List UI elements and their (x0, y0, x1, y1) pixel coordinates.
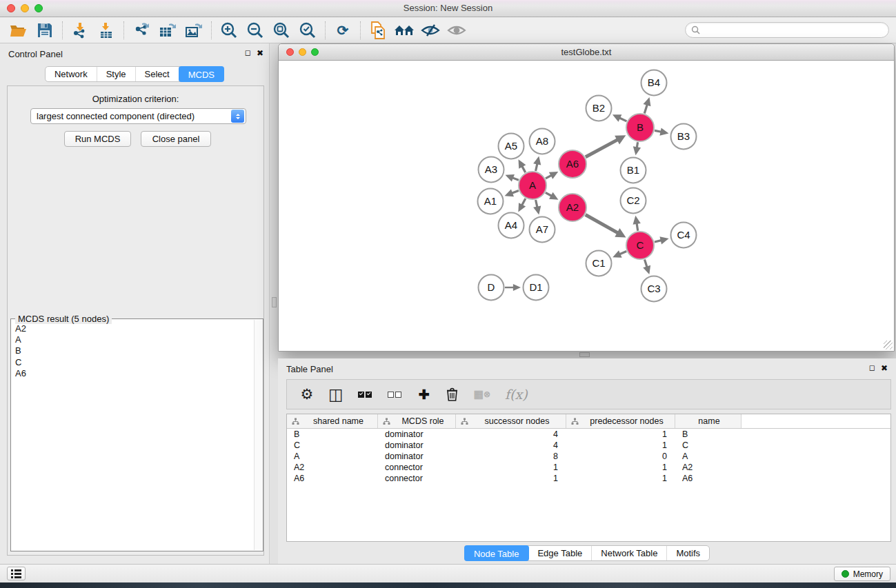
table-cell[interactable]: 0 (566, 451, 675, 462)
close-panel-icon[interactable]: ✖ (257, 48, 263, 58)
network-window-titlebar[interactable]: testGlobe.txt (279, 44, 894, 61)
close-panel-icon[interactable]: ✖ (881, 363, 888, 373)
mcds-result-item[interactable]: A6 (15, 368, 263, 379)
search-input[interactable] (700, 23, 888, 37)
mcds-result-item[interactable]: B (15, 345, 263, 356)
zoom-selected-button[interactable] (295, 19, 321, 41)
table-cell[interactable]: dominator (378, 440, 456, 451)
graph-edge[interactable] (586, 215, 618, 233)
graph-edge[interactable] (637, 142, 637, 148)
table-cell[interactable]: 4 (456, 429, 566, 440)
graph-edge[interactable] (619, 252, 626, 254)
table-cell[interactable]: 4 (456, 440, 566, 451)
table-cell[interactable]: B (675, 429, 741, 440)
graph-edge[interactable] (522, 199, 526, 205)
table-cell[interactable]: 1 (566, 429, 675, 440)
table-cell[interactable]: dominator (378, 429, 456, 440)
tab-edge-table[interactable]: Edge Table (528, 546, 592, 560)
table-cell[interactable]: A6 (287, 473, 378, 484)
table-cell[interactable]: C (675, 440, 741, 451)
column-header-successor-nodes[interactable]: successor nodes (456, 414, 566, 428)
delete-table-button[interactable]: ▦⊗ (474, 388, 490, 401)
table-cell[interactable]: 1 (456, 473, 566, 484)
graph-edge[interactable] (512, 191, 519, 194)
mcds-result-item[interactable]: A2 (15, 323, 263, 334)
tab-select[interactable]: Select (136, 67, 179, 81)
tab-node-table[interactable]: Node Table (464, 545, 530, 561)
optimization-criterion-select[interactable]: largest connected component (directed) (30, 108, 246, 124)
table-cell[interactable]: connector (378, 462, 456, 473)
open-session-button[interactable] (6, 19, 32, 41)
table-row[interactable]: Bdominator41B (287, 429, 890, 440)
tab-network-table[interactable]: Network Table (592, 546, 667, 560)
tab-motifs[interactable]: Motifs (667, 546, 709, 560)
resize-grip-icon[interactable] (884, 341, 893, 349)
table-cell[interactable]: B (287, 429, 378, 440)
table-cell[interactable]: A2 (675, 462, 741, 473)
import-network-button[interactable] (67, 19, 93, 41)
zoom-out-button[interactable] (242, 19, 268, 41)
close-panel-button[interactable]: Close panel (141, 131, 211, 147)
horizontal-splitter-handle[interactable] (579, 352, 590, 357)
run-mcds-button[interactable]: Run MCDS (64, 131, 131, 147)
network-canvas[interactable]: B4B2BB3A8A5A6A3B1AA1C2A2A4A7C4CC1C3DD1 (279, 61, 894, 351)
network-graph[interactable]: B4B2BB3A8A5A6A3B1AA1C2A2A4A7C4CC1C3DD1 (279, 61, 894, 351)
table-row[interactable]: Adominator80A (287, 451, 890, 462)
table-cell[interactable]: 1 (566, 462, 675, 473)
column-header-shared-name[interactable]: shared name (287, 414, 378, 428)
table-row[interactable]: A2connector11A2 (287, 462, 890, 473)
table-cell[interactable]: A (287, 451, 378, 462)
table-row[interactable]: A6connector11A6 (287, 473, 890, 484)
graph-edge[interactable] (522, 166, 526, 172)
delete-column-button[interactable] (446, 387, 459, 401)
graph-edge[interactable] (619, 118, 626, 121)
graph-edge[interactable] (637, 223, 638, 231)
export-table-button[interactable] (155, 19, 181, 41)
graph-edge[interactable] (586, 140, 618, 157)
function-builder-button[interactable]: f(x) (505, 387, 528, 402)
table-cell[interactable]: 1 (566, 440, 675, 451)
column-header-name[interactable]: name (675, 414, 741, 428)
import-table-button[interactable] (93, 19, 119, 41)
graph-edge[interactable] (645, 259, 647, 267)
save-session-button[interactable] (32, 19, 58, 41)
graph-edge[interactable] (546, 192, 552, 196)
float-panel-icon[interactable]: ◻ (245, 48, 251, 58)
select-all-columns-button[interactable] (358, 392, 373, 398)
graph-edge[interactable] (536, 163, 537, 171)
export-image-button[interactable] (181, 19, 207, 41)
column-header-MCDS-role[interactable]: MCDS role (378, 414, 456, 428)
deselect-all-columns-button[interactable] (388, 392, 403, 398)
table-settings-button[interactable]: ⚙ (300, 386, 314, 403)
add-column-button[interactable]: ✚ (417, 387, 431, 403)
home-view-button[interactable] (391, 19, 417, 41)
float-panel-icon[interactable]: ◻ (869, 363, 875, 373)
tab-mcds[interactable]: MCDS (179, 66, 224, 82)
result-scrollbar[interactable] (254, 320, 263, 550)
graph-edge[interactable] (655, 130, 661, 132)
table-cell[interactable]: 1 (456, 462, 566, 473)
vertical-splitter-handle[interactable] (272, 297, 277, 307)
column-header-predecessor-nodes[interactable]: predecessor nodes (566, 414, 675, 428)
graph-edge[interactable] (536, 200, 537, 207)
mcds-result-item[interactable]: A (15, 334, 263, 345)
graph-edge[interactable] (644, 105, 647, 114)
graph-edge[interactable] (546, 175, 551, 179)
graph-edge[interactable] (655, 241, 661, 242)
zoom-fit-button[interactable] (268, 19, 295, 41)
table-cell[interactable]: connector (378, 473, 456, 484)
table-cell[interactable]: A2 (287, 462, 378, 473)
hide-details-button[interactable] (417, 19, 444, 41)
table-cell[interactable]: 8 (456, 451, 566, 462)
table-cell[interactable]: A (675, 451, 741, 462)
copy-network-button[interactable] (365, 19, 391, 41)
search-field[interactable] (685, 22, 889, 38)
zoom-in-button[interactable] (216, 19, 242, 41)
column-view-button[interactable]: ◫ (328, 385, 344, 404)
table-cell[interactable]: 1 (566, 473, 675, 484)
memory-button[interactable]: Memory (834, 567, 890, 581)
table-row[interactable]: Cdominator41C (287, 440, 890, 451)
graph-edge[interactable] (512, 178, 519, 180)
show-graphics-button[interactable] (444, 19, 470, 41)
tab-network[interactable]: Network (46, 67, 97, 81)
